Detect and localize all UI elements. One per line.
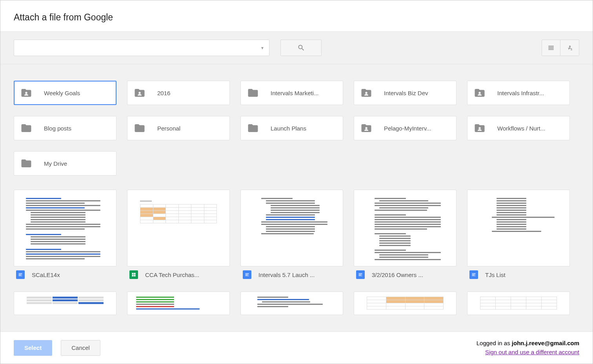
shared-folder-icon [134, 87, 146, 99]
file-label: SCaLE14x [32, 272, 60, 278]
search-box[interactable]: ▼ [14, 40, 269, 56]
folder-item[interactable]: Launch Plans [240, 116, 343, 140]
dialog-header: Attach a file from Google [0, 0, 593, 32]
folder-icon [247, 122, 259, 134]
google-sheet-icon [129, 270, 138, 279]
file-item[interactable]: 3/2/2016 Owners ... [354, 190, 457, 283]
folder-item[interactable]: Weekly Goals [14, 81, 116, 105]
file-item[interactable]: SCaLE14x [14, 190, 116, 283]
folder-label: Blog posts [44, 125, 71, 132]
svg-point-4 [365, 127, 367, 129]
folder-item[interactable]: Intervals Marketi... [240, 81, 343, 105]
list-view-button[interactable] [542, 40, 560, 56]
file-thumbnail [467, 190, 570, 266]
google-doc-icon [16, 270, 25, 279]
file-item[interactable] [240, 292, 343, 315]
folder-label: Intervals Biz Dev [384, 90, 428, 96]
svg-point-0 [25, 92, 27, 94]
folder-item[interactable]: Blog posts [14, 116, 116, 140]
folder-item[interactable]: Intervals Biz Dev [354, 81, 457, 105]
shared-folder-icon [20, 87, 32, 99]
sort-button[interactable] [560, 40, 579, 56]
file-label: 3/2/2016 Owners ... [372, 272, 423, 278]
folder-label: Workflows / Nurt... [497, 125, 545, 132]
folder-label: My Drive [44, 160, 67, 167]
sort-az-icon [566, 44, 573, 51]
file-picker-content[interactable]: Weekly Goals 2016 Intervals Marketi... I… [0, 64, 593, 331]
account-email: john.j.reeve@gmail.com [512, 340, 579, 346]
folder-label: 2016 [157, 90, 170, 96]
folder-item[interactable]: My Drive [14, 151, 116, 176]
google-doc-icon [243, 270, 251, 279]
folder-label: Intervals Marketi... [271, 90, 319, 96]
file-thumbnail [354, 190, 457, 266]
shared-folder-icon [360, 122, 372, 134]
folder-item[interactable]: 2016 [127, 81, 230, 105]
file-item[interactable] [354, 292, 457, 315]
folder-icon [20, 122, 32, 134]
logged-in-text: Logged in as [477, 340, 512, 346]
file-item[interactable] [127, 292, 230, 315]
file-label: Intervals 5.7 Lauch ... [258, 272, 315, 278]
file-item[interactable]: Intervals 5.7 Lauch ... [240, 190, 343, 283]
folder-item[interactable]: Personal [127, 116, 230, 140]
file-item[interactable] [14, 292, 116, 315]
file-grid: SCaLE14x ▬▬▬▬▬▬ [14, 190, 579, 315]
file-thumbnail [14, 292, 116, 315]
file-thumbnail [127, 292, 230, 315]
dialog-footer: Select Cancel Logged in as john.j.reeve@… [0, 331, 593, 364]
toolbar: ▼ [0, 32, 593, 64]
file-thumbnail [14, 190, 116, 266]
file-item[interactable] [467, 292, 570, 315]
dialog-title: Attach a file from Google [14, 12, 579, 23]
search-input[interactable] [19, 45, 260, 51]
file-label: TJs List [485, 272, 506, 278]
list-icon [548, 44, 555, 51]
file-thumbnail [240, 292, 343, 315]
folder-item[interactable]: Workflows / Nurt... [467, 116, 570, 140]
svg-point-1 [138, 92, 141, 94]
sign-out-link[interactable]: Sign out and use a different account [485, 349, 579, 355]
file-item[interactable]: TJs List [467, 190, 570, 283]
folder-icon [134, 122, 146, 134]
file-thumbnail [354, 292, 457, 315]
folder-label: Intervals Infrastr... [497, 90, 544, 96]
file-label: CCA Tech Purchas... [145, 272, 199, 278]
shared-folder-icon [360, 87, 372, 99]
file-thumbnail: ▬▬▬▬▬▬ [127, 190, 230, 266]
select-button[interactable]: Select [14, 340, 52, 356]
folder-label: Personal [157, 125, 180, 132]
search-button[interactable] [280, 40, 322, 56]
folder-item[interactable]: Pelago-MyInterv... [354, 116, 457, 140]
file-item[interactable]: ▬▬▬▬▬▬ CCA Tech Purchas... [127, 190, 230, 283]
folder-icon [20, 158, 32, 169]
folder-label: Launch Plans [271, 125, 306, 132]
shared-folder-icon [474, 122, 486, 134]
google-doc-icon [469, 270, 478, 279]
folder-icon [247, 87, 259, 99]
shared-folder-icon [474, 87, 486, 99]
google-doc-icon [356, 270, 365, 279]
svg-point-5 [478, 127, 481, 129]
svg-point-3 [478, 92, 481, 94]
cancel-button[interactable]: Cancel [61, 340, 100, 356]
search-icon [297, 44, 305, 52]
folder-grid: Weekly Goals 2016 Intervals Marketi... I… [14, 81, 579, 176]
file-thumbnail [240, 190, 343, 266]
chevron-down-icon[interactable]: ▼ [260, 46, 264, 50]
folder-label: Pelago-MyInterv... [384, 125, 431, 132]
folder-item[interactable]: Intervals Infrastr... [467, 81, 570, 105]
svg-point-2 [365, 92, 367, 94]
folder-label: Weekly Goals [44, 90, 80, 96]
account-info: Logged in as john.j.reeve@gmail.com Sign… [477, 339, 579, 357]
file-thumbnail [467, 292, 570, 315]
